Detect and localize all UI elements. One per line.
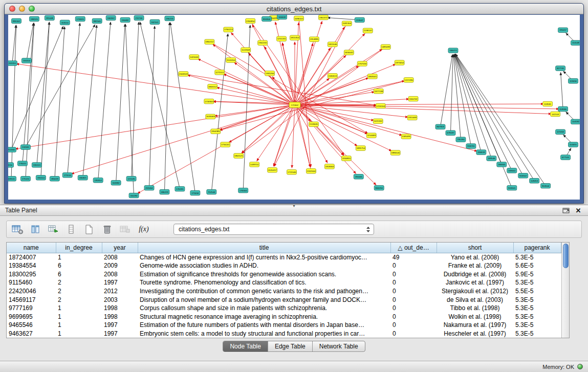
table-cell[interactable]: 1998 [102,304,138,313]
graph-node[interactable]: 2006503 [179,72,188,76]
table-cell[interactable]: 2 [56,278,102,287]
graph-edge[interactable] [295,21,322,105]
table-cell[interactable]: 1997 [102,321,138,330]
graph-node[interactable]: 194482 [120,17,130,22]
table-cell[interactable]: 9463627 [7,329,56,338]
graph-node[interactable]: 1886540 [390,150,400,155]
graph-node[interactable]: 205064 [144,185,154,190]
graph-edge[interactable] [149,26,155,188]
table-cell[interactable]: 2009 [102,261,138,270]
table-cell[interactable]: Nakamura et al. (1997) [437,321,513,330]
table-cell[interactable]: 9699695 [7,312,56,321]
function-builder-icon[interactable]: f(x) [136,223,151,235]
table-cell[interactable]: Genome-wide association studies in ADHD. [138,261,390,270]
graph-node[interactable]: 2198137 [363,28,373,33]
graph-node[interactable]: 1518445 [309,122,318,126]
graph-node[interactable]: 186945 [497,162,507,167]
table-cell[interactable]: 5.3E-5 [513,304,561,313]
graph-node[interactable]: 219047 [355,17,364,22]
table-cell[interactable]: Investigating the contribution of common… [138,287,390,296]
graph-node[interactable]: 103150 [8,163,13,167]
graph-node[interactable]: 1122608 [241,48,251,52]
table-cell[interactable]: 9465546 [7,321,56,330]
table-cell[interactable]: 2012 [102,287,138,296]
graph-node[interactable]: 195057 [558,28,568,32]
graph-node[interactable]: 109453 [530,178,539,183]
network-canvas[interactable]: 1724021815354191488518220461656042176705… [8,15,580,200]
graph-edge[interactable] [295,105,391,151]
graph-edge[interactable] [170,23,195,193]
graph-node[interactable]: 1863125 [234,154,244,158]
graph-node[interactable]: 163382 [111,180,121,185]
graph-node[interactable]: 1099701 [250,162,259,167]
table-row[interactable]: 1830029562008Estimation of significance … [7,270,561,279]
table-cell[interactable]: 0 [390,270,437,279]
graph-node[interactable]: 924502 [518,173,528,178]
graph-edge[interactable] [295,64,396,105]
graph-edge[interactable] [116,24,125,183]
scrollbar-thumb[interactable] [563,244,569,268]
table-cell[interactable]: 1998 [102,312,138,321]
graph-edge[interactable] [211,34,228,192]
graph-node[interactable]: 1420044 [189,55,199,59]
graph-node[interactable]: 186520 [29,16,39,21]
graph-node[interactable]: 1977138 [374,89,383,93]
graph-node[interactable]: 121045 [126,177,136,181]
graph-node[interactable]: 119434 [569,79,578,83]
graph-node[interactable]: 166409 [277,15,287,19]
graph-node[interactable]: 590513 [32,163,41,167]
graph-edge[interactable] [252,25,295,105]
table-cell[interactable]: 18300295 [7,270,56,279]
graph-node[interactable]: 795184 [456,137,466,142]
table-cell[interactable]: Dudbridge et al. (2008) [437,270,513,279]
graph-node[interactable]: 2242004 [306,169,316,173]
graph-node[interactable]: 190514 [36,176,46,180]
graph-node[interactable]: 1815354 [290,35,300,40]
graph-node[interactable]: 159182 [20,145,30,149]
table-cell[interactable]: 9777169 [7,304,56,313]
table-cell[interactable]: 0 [390,304,437,313]
graph-node[interactable]: 1942205 [258,40,268,45]
column-header-pagerank[interactable]: pagerank [513,243,561,253]
table-settings-icon[interactable] [11,223,24,235]
table-cell[interactable]: 5.3E-5 [513,321,561,330]
table-cell[interactable]: 5.9E-5 [513,270,561,279]
graph-node[interactable]: 924504 [541,183,551,188]
table-cell[interactable]: Hescheler et al. (1997) [437,329,513,338]
graph-node[interactable]: 1904385 [211,129,221,134]
graph-node[interactable]: 160284 [129,193,139,198]
graph-node[interactable]: 1973454 [395,60,404,65]
graph-node[interactable]: 180825 [78,176,88,180]
table-cell[interactable]: 1997 [102,278,138,287]
graph-edge[interactable] [125,24,134,195]
graph-node[interactable]: 205310 [8,61,17,65]
graph-node[interactable]: 1154469 [366,133,376,138]
table-cell[interactable]: Estimation of significance thresholds fo… [138,270,390,279]
column-chooser-icon[interactable] [29,223,42,235]
table-cell[interactable]: 0 [390,321,437,330]
graph-edge[interactable] [455,54,535,181]
close-panel-icon[interactable]: ✕ [574,206,583,214]
graph-node[interactable]: 1485083 [381,45,390,49]
table-cell[interactable]: 18724007 [7,253,56,261]
tab-edge-table[interactable]: Edge Table [268,341,313,352]
graph-node[interactable]: 189546 [487,156,496,161]
graph-node[interactable]: 186229 [160,189,169,194]
graph-node[interactable]: 1524204 [226,58,236,62]
graph-edge[interactable] [41,22,50,178]
graph-node[interactable]: 1275512 [215,70,225,75]
graph-node[interactable]: 927745 [556,66,565,71]
table-row[interactable]: 911546021997Tourette syndrome. Phenomeno… [7,278,561,287]
graph-node[interactable]: 867919 [435,124,445,129]
delete-table-icon[interactable] [100,223,114,235]
graph-node[interactable]: 190345 [354,174,363,179]
graph-node[interactable]: 174620 [75,16,85,21]
graph-node[interactable]: 211740 [134,15,144,20]
table-cell[interactable]: 0 [390,295,437,304]
graph-edge[interactable] [561,72,563,109]
graph-node[interactable]: 121064 [556,129,565,134]
table-selector-dropdown[interactable]: citations_edges.txt [173,224,374,235]
table-cell[interactable]: 2008 [102,253,138,261]
window-titlebar[interactable]: citations_edges.txt [5,4,583,14]
graph-edge[interactable] [37,22,49,165]
